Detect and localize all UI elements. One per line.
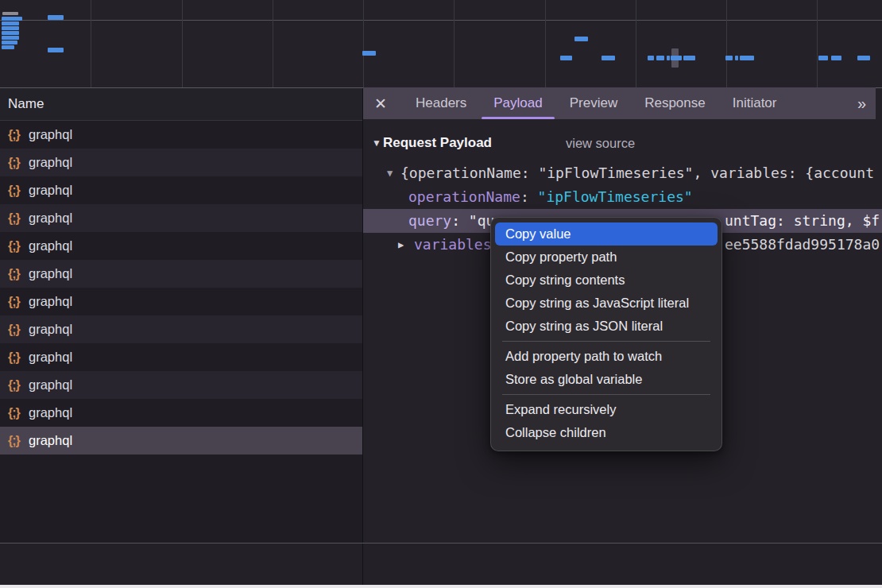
request-row[interactable]: {;}graphql [0, 371, 362, 399]
json-value-left-fragment: : "qu [451, 212, 494, 229]
waterfall-bar [2, 12, 18, 15]
json-colon: : [520, 188, 538, 205]
overview-gridline [182, 0, 183, 87]
detail-tabs: HeadersPayloadPreviewResponseInitiator [402, 87, 790, 119]
menu-item-copy-string-as-json-literal[interactable]: Copy string as JSON literal [495, 315, 718, 338]
waterfall-bar [560, 56, 572, 60]
overview-gridline [545, 0, 546, 87]
tab-initiator[interactable]: Initiator [719, 87, 791, 119]
json-braces-icon: {;} [8, 295, 29, 309]
waterfall-bar [2, 17, 22, 21]
request-row[interactable]: {;}graphql [0, 176, 362, 204]
json-key: variables [414, 233, 492, 257]
waterfall-bar [362, 51, 376, 56]
waterfall-bar [648, 56, 654, 60]
menu-item-copy-string-as-javascript-literal[interactable]: Copy string as JavaScript literal [495, 292, 718, 315]
waterfall-bar [671, 56, 682, 60]
json-root-preview: {operationName: "ipFlowTimeseries", vari… [400, 161, 874, 185]
waterfall-bar [725, 56, 733, 60]
json-braces-icon: {;} [8, 156, 29, 170]
request-name-label: graphql [29, 238, 72, 253]
menu-separator [502, 394, 710, 395]
name-column-header[interactable]: Name [0, 88, 362, 121]
json-braces-icon: {;} [8, 211, 29, 226]
request-row[interactable]: {;}graphql [0, 288, 362, 315]
collapse-section-icon[interactable]: ▼ [372, 131, 381, 155]
overview-gridline [91, 0, 91, 87]
request-name-label: graphql [29, 294, 72, 309]
json-braces-icon: {;} [8, 323, 29, 337]
overview-gridline [636, 0, 636, 87]
json-braces-icon: {;} [8, 267, 29, 281]
waterfall-bar [2, 31, 19, 35]
request-row[interactable]: {;}graphql [0, 149, 362, 176]
request-row[interactable]: {;}graphql [0, 121, 362, 149]
request-row[interactable]: {;}graphql [0, 260, 362, 288]
request-name-label: graphql [29, 183, 72, 198]
tab-preview[interactable]: Preview [556, 87, 631, 119]
json-value-right-fragment: untTag: string, $f [725, 209, 880, 233]
waterfall-bar [818, 56, 828, 60]
menu-item-copy-value[interactable]: Copy value [495, 222, 718, 246]
collapse-node-icon[interactable]: ▼ [387, 161, 393, 185]
requests-pane: Name {;}graphql{;}graphql{;}graphql{;}gr… [0, 88, 363, 543]
request-name-label: graphql [29, 266, 72, 281]
overview-gridline [817, 0, 818, 87]
window-bottom-edge [0, 585, 882, 588]
waterfall-bar [656, 56, 664, 60]
request-payload-section: ▼ Request Payload view source [363, 131, 882, 155]
json-row-operation-name[interactable]: operationName: "ipFlowTimeseries" [363, 185, 882, 209]
context-menu: Copy valueCopy property pathCopy string … [490, 217, 722, 451]
menu-item-collapse-children[interactable]: Collapse children [495, 421, 718, 444]
overview-horizontal-gridline [0, 20, 882, 21]
waterfall-bar [48, 15, 64, 20]
menu-item-copy-property-path[interactable]: Copy property path [495, 246, 718, 269]
devtools-network-panel: Name {;}graphql{;}graphql{;}graphql{;}gr… [0, 0, 882, 588]
menu-item-add-property-path-to-watch[interactable]: Add property path to watch [495, 345, 718, 368]
json-key: query [408, 212, 451, 229]
view-source-link[interactable]: view source [566, 131, 635, 155]
request-name-label: graphql [29, 155, 72, 170]
waterfall-bar [831, 56, 841, 60]
request-name-label: graphql [29, 127, 72, 142]
tab-response[interactable]: Response [631, 87, 719, 119]
request-row[interactable]: {;}graphql [0, 427, 362, 455]
waterfall-bar [2, 45, 14, 49]
request-row[interactable]: {;}graphql [0, 399, 362, 427]
request-name-label: graphql [29, 377, 72, 393]
waterfall-bar [602, 56, 615, 60]
name-column-label: Name [8, 96, 44, 111]
close-icon[interactable]: ✕ [374, 95, 392, 113]
tab-payload[interactable]: Payload [480, 87, 555, 119]
waterfall-bar [2, 26, 19, 30]
menu-item-expand-recursively[interactable]: Expand recursively [495, 398, 718, 421]
json-root-row[interactable]: ▼ {operationName: "ipFlowTimeseries", va… [363, 161, 882, 185]
waterfall-bar [857, 56, 870, 60]
json-string-value: "ipFlowTimeseries" [538, 188, 693, 205]
request-name-label: graphql [29, 322, 72, 337]
json-braces-icon: {;} [8, 184, 29, 198]
waterfall-bar [735, 56, 738, 60]
request-row[interactable]: {;}graphql [0, 315, 362, 343]
json-braces-icon: {;} [8, 378, 29, 393]
overview-gridline [363, 0, 364, 87]
menu-item-copy-string-contents[interactable]: Copy string contents [495, 269, 718, 292]
waterfall-bar [2, 41, 17, 44]
json-braces-icon: {;} [8, 239, 29, 253]
waterfall-bar [667, 56, 670, 60]
request-row[interactable]: {;}graphql [0, 232, 362, 260]
request-list: {;}graphql{;}graphql{;}graphql{;}graphql… [0, 121, 362, 455]
request-row[interactable]: {;}graphql [0, 204, 362, 232]
waterfall-bar [2, 36, 19, 40]
more-tabs-icon[interactable]: » [857, 95, 865, 113]
menu-item-store-as-global-variable[interactable]: Store as global variable [495, 368, 718, 391]
expand-node-icon[interactable]: ▶ [398, 233, 404, 257]
overview-gridline [273, 0, 273, 87]
request-row[interactable]: {;}graphql [0, 343, 362, 371]
request-name-label: graphql [29, 350, 72, 365]
overview-gridline [454, 0, 455, 87]
json-braces-icon: {;} [8, 128, 29, 142]
json-value-right-fragment: ee5588fdad995178a0 [725, 233, 880, 257]
tab-headers[interactable]: Headers [402, 87, 480, 119]
network-overview-timeline[interactable] [0, 0, 882, 88]
